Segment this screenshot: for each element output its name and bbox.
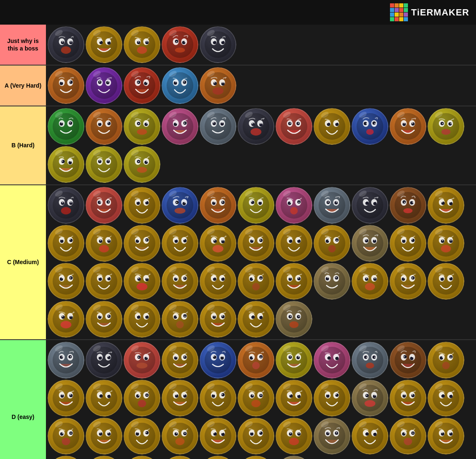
boss-icon[interactable] [48,301,84,338]
boss-icon[interactable] [162,108,198,145]
boss-icon[interactable] [86,263,122,300]
boss-icon[interactable] [86,26,122,63]
boss-icon[interactable] [124,301,160,338]
boss-icon[interactable] [200,342,236,378]
boss-icon[interactable] [200,26,236,63]
boss-icon[interactable] [238,263,274,300]
boss-icon[interactable] [352,418,388,454]
boss-icon[interactable] [48,418,84,454]
boss-icon[interactable] [124,456,160,459]
boss-icon[interactable] [124,146,160,183]
boss-icon[interactable] [48,380,84,416]
boss-icon[interactable] [86,187,122,224]
boss-icon[interactable] [162,456,198,459]
boss-icon[interactable] [276,187,312,224]
boss-icon[interactable] [238,456,274,459]
boss-icon[interactable] [390,108,426,145]
boss-icon[interactable] [428,263,464,300]
boss-icon[interactable] [200,225,236,262]
boss-icon[interactable] [162,418,198,454]
boss-icon[interactable] [200,263,236,300]
boss-icon[interactable] [276,301,312,338]
boss-icon[interactable] [162,263,198,300]
boss-icon[interactable] [428,342,464,378]
boss-icon[interactable] [276,456,312,459]
boss-icon[interactable] [48,67,84,104]
boss-icon[interactable] [48,187,84,224]
boss-icon[interactable] [124,187,160,224]
boss-icon[interactable] [428,418,464,454]
boss-icon[interactable] [314,263,350,300]
boss-icon[interactable] [238,380,274,416]
boss-icon[interactable] [86,342,122,378]
boss-icon[interactable] [390,418,426,454]
boss-icon[interactable] [48,225,84,262]
boss-icon[interactable] [124,380,160,416]
boss-icon[interactable] [86,108,122,145]
boss-icon[interactable] [238,225,274,262]
boss-icon[interactable] [238,108,274,145]
boss-icon[interactable] [162,301,198,338]
boss-icon[interactable] [162,225,198,262]
boss-icon[interactable] [276,418,312,454]
boss-icon[interactable] [314,225,350,262]
boss-icon[interactable] [352,342,388,378]
boss-icon[interactable] [48,342,84,378]
boss-icon[interactable] [390,380,426,416]
boss-icon[interactable] [48,26,84,63]
boss-icon[interactable] [162,380,198,416]
boss-icon[interactable] [390,225,426,262]
boss-icon[interactable] [428,187,464,224]
boss-icon[interactable] [124,108,160,145]
boss-icon[interactable] [48,456,84,459]
boss-icon[interactable] [352,225,388,262]
boss-icon[interactable] [314,380,350,416]
boss-icon[interactable] [48,108,84,145]
boss-icon[interactable] [48,146,84,183]
boss-icon[interactable] [124,67,160,104]
boss-icon[interactable] [200,187,236,224]
boss-icon[interactable] [200,380,236,416]
boss-icon[interactable] [276,342,312,378]
boss-icon[interactable] [276,380,312,416]
boss-icon[interactable] [238,301,274,338]
boss-icon[interactable] [124,342,160,378]
boss-icon[interactable] [314,187,350,224]
boss-icon[interactable] [48,263,84,300]
boss-icon[interactable] [200,108,236,145]
boss-icon[interactable] [428,108,464,145]
boss-icon[interactable] [238,418,274,454]
boss-icon[interactable] [276,263,312,300]
boss-icon[interactable] [86,67,122,104]
boss-icon[interactable] [86,456,122,459]
boss-icon[interactable] [238,342,274,378]
boss-icon[interactable] [86,418,122,454]
boss-icon[interactable] [162,26,198,63]
boss-icon[interactable] [200,67,236,104]
boss-icon[interactable] [162,67,198,104]
boss-icon[interactable] [200,418,236,454]
boss-icon[interactable] [162,187,198,224]
boss-icon[interactable] [352,187,388,224]
boss-icon[interactable] [124,225,160,262]
boss-icon[interactable] [86,301,122,338]
boss-icon[interactable] [200,456,236,459]
boss-icon[interactable] [238,187,274,224]
boss-icon[interactable] [314,418,350,454]
boss-icon[interactable] [390,187,426,224]
boss-icon[interactable] [162,342,198,378]
boss-icon[interactable] [86,146,122,183]
boss-icon[interactable] [352,263,388,300]
boss-icon[interactable] [428,225,464,262]
boss-icon[interactable] [276,108,312,145]
boss-icon[interactable] [86,225,122,262]
boss-icon[interactable] [352,108,388,145]
boss-icon[interactable] [390,263,426,300]
boss-icon[interactable] [314,108,350,145]
boss-icon[interactable] [86,380,122,416]
boss-icon[interactable] [314,342,350,378]
boss-icon[interactable] [200,301,236,338]
boss-icon[interactable] [428,380,464,416]
boss-icon[interactable] [390,342,426,378]
boss-icon[interactable] [124,418,160,454]
